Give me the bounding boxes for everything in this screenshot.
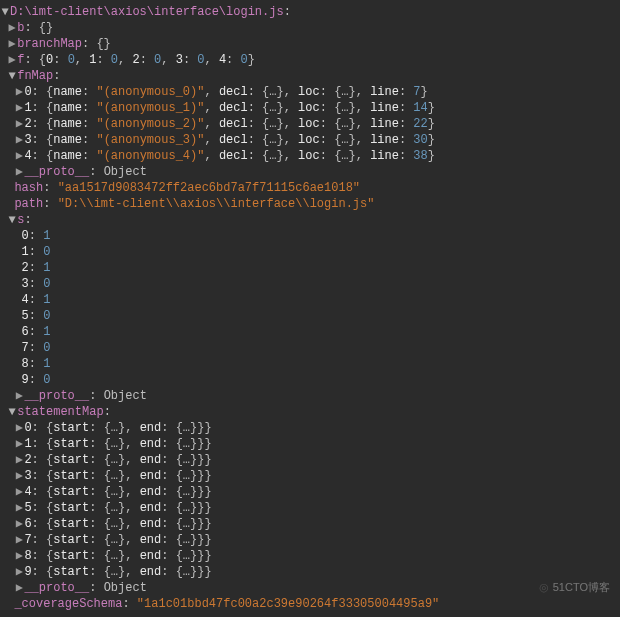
chevron-right-icon[interactable]: ▶	[7, 20, 17, 36]
chevron-right-icon[interactable]: ▶	[14, 164, 24, 180]
chevron-right-icon[interactable]: ▶	[14, 116, 24, 132]
statementmap-entry-3[interactable]: ▶3: {start: {…}, end: {…}}}	[0, 468, 620, 484]
root-row[interactable]: ▼D:\imt-client\axios\interface\login.js:	[0, 4, 620, 20]
prop-s[interactable]: ▼s:	[0, 212, 620, 228]
s-entry-9: 9: 0	[0, 372, 620, 388]
statementmap-entry-0[interactable]: ▶0: {start: {…}, end: {…}}}	[0, 420, 620, 436]
s-entry-5: 5: 0	[0, 308, 620, 324]
statementmap-entry-5[interactable]: ▶5: {start: {…}, end: {…}}}	[0, 500, 620, 516]
statementmap-entry-9[interactable]: ▶9: {start: {…}, end: {…}}}	[0, 564, 620, 580]
chevron-right-icon[interactable]: ▶	[14, 148, 24, 164]
prop-hash: hash: "aa1517d9083472ff2aec6bd7a7f71115c…	[0, 180, 620, 196]
s-entry-8: 8: 1	[0, 356, 620, 372]
chevron-right-icon[interactable]: ▶	[14, 484, 24, 500]
s-entry-7: 7: 0	[0, 340, 620, 356]
statementmap-proto[interactable]: ▶__proto__: Object	[0, 580, 620, 596]
chevron-down-icon[interactable]: ▼	[0, 4, 10, 20]
prop-f[interactable]: ▶f: {0: 0, 1: 0, 2: 0, 3: 0, 4: 0}	[0, 52, 620, 68]
chevron-right-icon[interactable]: ▶	[14, 84, 24, 100]
chevron-right-icon[interactable]: ▶	[14, 532, 24, 548]
fnmap-entry-4[interactable]: ▶4: {name: "(anonymous_4)", decl: {…}, l…	[0, 148, 620, 164]
s-entry-3: 3: 0	[0, 276, 620, 292]
chevron-right-icon[interactable]: ▶	[14, 452, 24, 468]
chevron-down-icon[interactable]: ▼	[7, 212, 17, 228]
prop-fnmap[interactable]: ▼fnMap:	[0, 68, 620, 84]
chevron-right-icon[interactable]: ▶	[7, 52, 17, 68]
root-path: D:\imt-client\axios\interface\login.js	[10, 5, 284, 19]
prop-path: path: "D:\\imt-client\\axios\\interface\…	[0, 196, 620, 212]
prop-b[interactable]: ▶b: {}	[0, 20, 620, 36]
chevron-down-icon[interactable]: ▼	[7, 68, 17, 84]
fnmap-entry-1[interactable]: ▶1: {name: "(anonymous_1)", decl: {…}, l…	[0, 100, 620, 116]
fnmap-proto[interactable]: ▶__proto__: Object	[0, 164, 620, 180]
fnmap-entry-3[interactable]: ▶3: {name: "(anonymous_3)", decl: {…}, l…	[0, 132, 620, 148]
s-proto[interactable]: ▶__proto__: Object	[0, 388, 620, 404]
chevron-right-icon[interactable]: ▶	[7, 36, 17, 52]
chevron-right-icon[interactable]: ▶	[14, 132, 24, 148]
s-entry-2: 2: 1	[0, 260, 620, 276]
s-entry-6: 6: 1	[0, 324, 620, 340]
chevron-right-icon[interactable]: ▶	[14, 388, 24, 404]
chevron-right-icon[interactable]: ▶	[14, 436, 24, 452]
prop-branchmap[interactable]: ▶branchMap: {}	[0, 36, 620, 52]
chevron-right-icon[interactable]: ▶	[14, 516, 24, 532]
statementmap-entry-8[interactable]: ▶8: {start: {…}, end: {…}}}	[0, 548, 620, 564]
s-entry-4: 4: 1	[0, 292, 620, 308]
chevron-right-icon[interactable]: ▶	[14, 548, 24, 564]
chevron-right-icon[interactable]: ▶	[14, 420, 24, 436]
object-tree: ▼D:\imt-client\axios\interface\login.js:…	[0, 4, 620, 612]
statementmap-entry-4[interactable]: ▶4: {start: {…}, end: {…}}}	[0, 484, 620, 500]
s-entry-0: 0: 1	[0, 228, 620, 244]
chevron-right-icon[interactable]: ▶	[14, 580, 24, 596]
statementmap-entry-2[interactable]: ▶2: {start: {…}, end: {…}}}	[0, 452, 620, 468]
fnmap-entry-0[interactable]: ▶0: {name: "(anonymous_0)", decl: {…}, l…	[0, 84, 620, 100]
statementmap-entry-7[interactable]: ▶7: {start: {…}, end: {…}}}	[0, 532, 620, 548]
prop-statementmap[interactable]: ▼statementMap:	[0, 404, 620, 420]
chevron-right-icon[interactable]: ▶	[14, 100, 24, 116]
chevron-right-icon[interactable]: ▶	[14, 500, 24, 516]
statementmap-entry-6[interactable]: ▶6: {start: {…}, end: {…}}}	[0, 516, 620, 532]
chevron-down-icon[interactable]: ▼	[7, 404, 17, 420]
chevron-right-icon[interactable]: ▶	[14, 468, 24, 484]
statementmap-entry-1[interactable]: ▶1: {start: {…}, end: {…}}}	[0, 436, 620, 452]
prop-coverageschema: _coverageSchema: "1a1c01bbd47fc00a2c39e9…	[0, 596, 620, 612]
chevron-right-icon[interactable]: ▶	[14, 564, 24, 580]
s-entry-1: 1: 0	[0, 244, 620, 260]
fnmap-entry-2[interactable]: ▶2: {name: "(anonymous_2)", decl: {…}, l…	[0, 116, 620, 132]
